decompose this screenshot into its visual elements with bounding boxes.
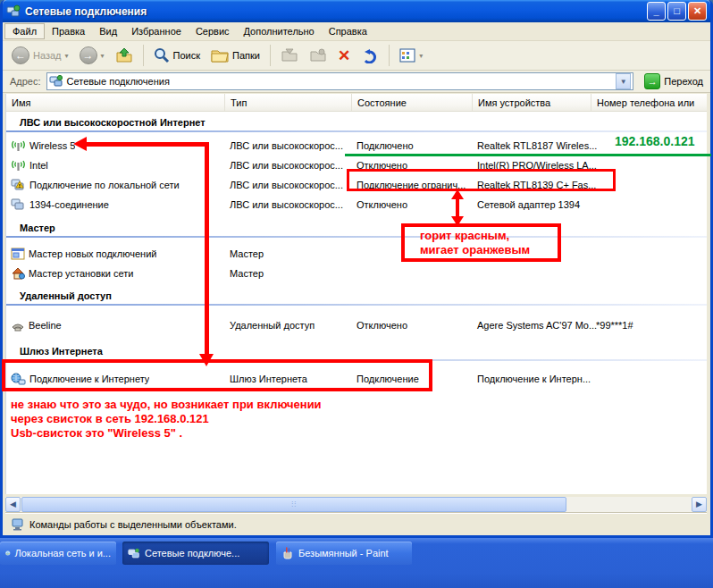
views-button[interactable]: ▾: [396, 46, 426, 64]
column-type[interactable]: Тип: [225, 94, 352, 111]
address-value: Сетевые подключения: [67, 76, 170, 87]
menubar: Файл Правка Вид Избранное Сервис Дополни…: [3, 22, 710, 41]
bottom-note-line2: через свисток в сеть 192.168.0.121: [11, 412, 322, 426]
menu-tools[interactable]: Сервис: [189, 24, 237, 38]
undo-icon: [361, 47, 379, 63]
row-network-setup-wizard[interactable]: Мастер установки сети Мастер: [6, 265, 707, 281]
row-new-connection-wizard[interactable]: Мастер новых подключений Мастер: [6, 246, 707, 262]
copy-to-icon: [309, 48, 327, 63]
scroll-right-icon[interactable]: ▶: [692, 497, 707, 512]
back-icon: ←: [12, 46, 29, 64]
go-label: Переход: [664, 76, 703, 87]
bottom-note: не знаю что это за чудо, но возникает пр…: [11, 398, 322, 441]
group-wizard: Мастер: [6, 219, 707, 238]
scroll-left-icon[interactable]: ◀: [5, 497, 21, 512]
scrollbar-thumb[interactable]: ⫶⫶: [21, 497, 566, 512]
copy-to-button[interactable]: [306, 46, 331, 64]
group-header-dialup: Удаленный доступ: [6, 287, 707, 304]
toolbar-separator: [389, 45, 390, 66]
move-to-icon: [281, 48, 298, 63]
menu-edit[interactable]: Правка: [45, 24, 92, 38]
lan-warning-icon: [11, 179, 26, 191]
forward-icon: →: [80, 46, 97, 64]
delete-button[interactable]: ✕: [334, 45, 354, 67]
folders-button[interactable]: Папки: [207, 46, 264, 64]
addressbar: Адрес: Сетевые подключения ▼ → Переход: [3, 71, 710, 93]
internet-explorer-icon: [5, 547, 11, 559]
forward-dropdown-icon[interactable]: ▾: [101, 52, 105, 60]
menu-file[interactable]: Файл: [4, 23, 45, 39]
views-icon: [399, 48, 415, 63]
network-connections-icon: [6, 4, 21, 19]
blink-note-box: горит красным, мигает оранжевым: [401, 223, 561, 262]
column-status[interactable]: Состояние: [352, 94, 473, 111]
address-label: Адрес:: [10, 76, 41, 87]
toolbar-separator: [270, 45, 271, 66]
paint-icon: [281, 547, 294, 559]
bottom-note-line1: не знаю что это за чудо, но возникает пр…: [11, 398, 322, 412]
group-header-gateway: Шлюз Интернета: [6, 342, 707, 359]
dialup-phone-icon: [11, 319, 25, 332]
taskbar: Локальная сеть и и... Сетевые подключе..…: [0, 538, 713, 588]
address-network-icon: [49, 75, 63, 88]
red-box-gateway-row: [2, 359, 432, 391]
screen: Сетевые подключения _ □ ✕ Файл Правка Ви…: [0, 0, 713, 588]
go-button[interactable]: → Переход: [641, 72, 707, 90]
folders-label: Папки: [232, 50, 260, 61]
toolbar-separator: [143, 45, 144, 66]
task-local-network[interactable]: Локальная сеть и и...: [0, 542, 116, 565]
menu-favorites[interactable]: Избранное: [124, 24, 189, 38]
red-arrowhead-left: [73, 137, 87, 151]
lan-icon: [11, 198, 26, 211]
back-dropdown-icon[interactable]: ▾: [65, 52, 69, 60]
red-box-limited-connection: [347, 169, 616, 191]
back-button[interactable]: ← Назад ▾: [8, 45, 72, 66]
search-button[interactable]: Поиск: [150, 46, 204, 65]
search-label: Поиск: [173, 50, 200, 61]
group-dialup: Удаленный доступ: [6, 287, 707, 306]
network-connections-window: Сетевые подключения _ □ ✕ Файл Правка Ви…: [0, 0, 713, 538]
task-network-connections[interactable]: Сетевые подключе...: [122, 542, 269, 565]
network-connections-icon: [128, 548, 140, 559]
column-phone[interactable]: Номер телефона или: [591, 94, 707, 111]
blink-note-line2: мигает оранжевым: [420, 243, 558, 257]
menu-help[interactable]: Справка: [322, 24, 374, 38]
ip-annotation: 192.168.0.121: [615, 134, 695, 148]
status-computer-icon: [11, 518, 24, 531]
address-dropdown-button[interactable]: ▼: [616, 73, 631, 89]
row-beeline[interactable]: Beeline Удаленный доступ Отключено Agere…: [6, 317, 707, 333]
move-to-button[interactable]: [277, 46, 302, 64]
go-arrow-icon: →: [644, 73, 660, 89]
column-device[interactable]: Имя устройства: [473, 94, 591, 111]
bottom-note-line3: Usb-свисток это "Wireless 5" .: [11, 426, 322, 441]
forward-button[interactable]: → ▾: [76, 45, 108, 66]
menu-view[interactable]: Вид: [92, 24, 124, 38]
undo-button[interactable]: [357, 46, 382, 65]
search-icon: [154, 47, 170, 63]
column-name[interactable]: Имя: [6, 94, 225, 111]
menu-advanced[interactable]: Дополнительно: [237, 24, 322, 38]
task-paint[interactable]: Безымянный - Paint: [276, 542, 412, 565]
up-button[interactable]: [112, 46, 137, 65]
network-setup-wizard-icon: [11, 267, 25, 280]
horizontal-scrollbar[interactable]: ◀ ⫶⫶ ▶: [5, 497, 707, 512]
wireless-icon: [11, 159, 26, 172]
window-title: Сетевые подключения: [25, 5, 645, 18]
group-header-wizard: Мастер: [6, 219, 707, 236]
scrollbar-track[interactable]: [566, 497, 692, 512]
minimize-button[interactable]: _: [647, 2, 666, 21]
group-header-lan: ЛВС или высокоскоростной Интернет: [6, 113, 707, 130]
close-button[interactable]: ✕: [688, 2, 707, 21]
maximize-button[interactable]: □: [667, 2, 686, 21]
address-input[interactable]: Сетевые подключения ▼: [46, 72, 634, 90]
titlebar[interactable]: Сетевые подключения _ □ ✕: [3, 0, 710, 22]
status-text: Команды работы с выделенными объектами.: [29, 519, 237, 530]
wireless-icon: [11, 139, 26, 152]
red-arrow-vertical: [205, 142, 209, 355]
green-underline-annotation: [345, 154, 711, 156]
views-dropdown-icon[interactable]: ▾: [419, 52, 423, 60]
task-label: Безымянный - Paint: [298, 548, 389, 559]
row-1394[interactable]: 1394-соединение ЛВС или высокоскорос... …: [6, 197, 707, 213]
blink-note-line1: горит красным,: [420, 229, 558, 243]
delete-icon: ✕: [338, 46, 350, 65]
